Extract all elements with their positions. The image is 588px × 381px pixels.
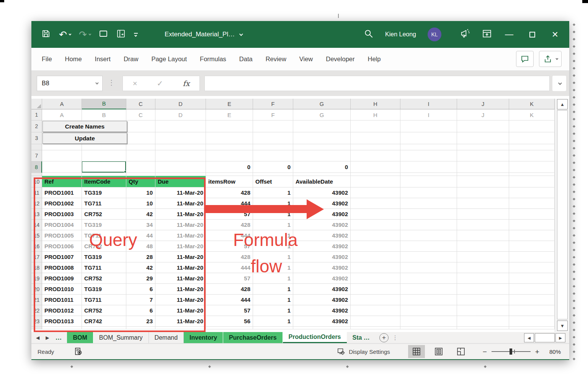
grid-cell[interactable]: [457, 187, 509, 198]
cancel-icon[interactable]: ×: [133, 79, 137, 88]
zoom-level[interactable]: 80%: [549, 348, 561, 355]
grid-cell[interactable]: [206, 144, 253, 150]
feedback-megaphone-icon[interactable]: [460, 28, 470, 41]
sheet-tab-inventory[interactable]: Inventory: [184, 332, 223, 343]
grid-cell[interactable]: [206, 327, 253, 329]
grid-cell[interactable]: [351, 161, 400, 173]
ribbon-tab-view[interactable]: View: [293, 48, 319, 71]
grid-cell[interactable]: [509, 198, 555, 209]
grid-cell[interactable]: J: [457, 109, 509, 120]
row-header-1[interactable]: 1: [31, 109, 42, 120]
zoom-slider[interactable]: [492, 351, 531, 352]
data-cell[interactable]: 444: [206, 262, 253, 273]
redo-button[interactable]: ↷: [79, 30, 90, 39]
sheet-tab-sta-[interactable]: Sta …: [347, 332, 376, 343]
data-cell[interactable]: 43902: [293, 252, 351, 262]
grid-cell[interactable]: [42, 144, 82, 150]
grid-cell[interactable]: [351, 241, 400, 252]
data-cell[interactable]: 43902: [293, 305, 351, 316]
grid-cell[interactable]: [509, 284, 555, 295]
data-cell[interactable]: 43902: [293, 273, 351, 284]
scroll-down-button[interactable]: ▼: [557, 321, 568, 331]
macro-record-icon[interactable]: [74, 347, 83, 356]
selected-cell-B8[interactable]: [82, 161, 126, 173]
ribbon-tab-formulas[interactable]: Formulas: [193, 48, 233, 71]
grid-cell[interactable]: [457, 173, 509, 176]
grid-cell[interactable]: [509, 327, 555, 329]
grid-cell[interactable]: [400, 176, 457, 187]
enter-icon[interactable]: ✓: [157, 79, 163, 88]
grid-cell[interactable]: C: [126, 109, 155, 120]
grid-cell[interactable]: [400, 173, 457, 176]
grid-cell[interactable]: [253, 150, 293, 161]
grid-cell[interactable]: [509, 187, 555, 198]
qat-customize-icon[interactable]: [134, 33, 138, 36]
grid-cell[interactable]: [400, 150, 457, 161]
update-button[interactable]: Update: [42, 133, 127, 144]
sheet-tab-purchaseorders[interactable]: PurchaseOrders: [223, 332, 283, 343]
column-header-I[interactable]: I: [400, 99, 457, 109]
data-cell[interactable]: 43902: [293, 316, 351, 327]
grid-cell[interactable]: [253, 132, 293, 144]
grid-cell[interactable]: 0: [206, 161, 253, 173]
grid-cell[interactable]: [155, 144, 206, 150]
ribbon-display-options-icon[interactable]: [482, 29, 492, 40]
grid-cell[interactable]: [253, 144, 293, 150]
grid-cell[interactable]: [293, 120, 351, 132]
grid-cell[interactable]: [457, 327, 509, 329]
table-header-cell[interactable]: Offset: [253, 176, 293, 187]
grid-cell[interactable]: [155, 132, 206, 144]
grid-cell[interactable]: [457, 161, 509, 173]
title-dropdown-icon[interactable]: [239, 32, 243, 36]
grid-cell[interactable]: [400, 209, 457, 220]
hscroll-right-button[interactable]: ▶: [555, 333, 565, 342]
data-cell[interactable]: 43902: [293, 220, 351, 230]
grid-cell[interactable]: [293, 327, 351, 329]
grid-cell[interactable]: [457, 295, 509, 305]
column-header-C[interactable]: C: [126, 99, 155, 109]
grid-cell[interactable]: [509, 176, 555, 187]
grid-cell[interactable]: [509, 150, 555, 161]
grid-cell[interactable]: [351, 132, 400, 144]
sheet-nav-right-icon[interactable]: ▶: [46, 335, 49, 340]
grid-cell[interactable]: [206, 173, 253, 176]
grid-cell[interactable]: [351, 273, 400, 284]
data-cell[interactable]: 1: [253, 305, 293, 316]
grid-cell[interactable]: [351, 252, 400, 262]
grid-cell[interactable]: [400, 161, 457, 173]
data-cell[interactable]: 1: [253, 284, 293, 295]
data-cell[interactable]: 43902: [293, 295, 351, 305]
data-cell[interactable]: 1: [253, 220, 293, 230]
grid-cell[interactable]: [400, 273, 457, 284]
sheet-tab-demand[interactable]: Demand: [149, 332, 184, 343]
grid-cell[interactable]: E: [206, 109, 253, 120]
ribbon-tab-page-layout[interactable]: Page Layout: [145, 48, 193, 71]
ribbon-tab-home[interactable]: Home: [59, 48, 88, 71]
hscroll-left-button[interactable]: ◀: [524, 333, 534, 342]
page-layout-view-button[interactable]: [430, 345, 447, 358]
grid-cell[interactable]: [509, 209, 555, 220]
avatar[interactable]: KL: [428, 28, 441, 41]
column-header-A[interactable]: A: [42, 99, 82, 109]
grid-cell[interactable]: [293, 132, 351, 144]
grid-cell[interactable]: [351, 262, 400, 273]
grid-cell[interactable]: [457, 120, 509, 132]
search-icon[interactable]: [364, 29, 374, 40]
data-cell[interactable]: 1: [253, 316, 293, 327]
grid-cell[interactable]: [509, 295, 555, 305]
grid-cell[interactable]: [351, 209, 400, 220]
grid-cell[interactable]: [351, 284, 400, 295]
grid-cell[interactable]: [206, 120, 253, 132]
grid-cell[interactable]: [351, 198, 400, 209]
grid-cell[interactable]: [400, 252, 457, 262]
grid-cell[interactable]: [126, 161, 155, 173]
grid-cell[interactable]: [293, 173, 351, 176]
select-all-corner[interactable]: [31, 99, 42, 109]
grid-cell[interactable]: [155, 150, 206, 161]
grid-cell[interactable]: [457, 273, 509, 284]
grid-cell[interactable]: [351, 230, 400, 241]
normal-view-button[interactable]: [408, 345, 425, 358]
scrollbar-track[interactable]: [557, 110, 568, 319]
ribbon-tab-help[interactable]: Help: [361, 48, 387, 71]
grid-cell[interactable]: [400, 198, 457, 209]
